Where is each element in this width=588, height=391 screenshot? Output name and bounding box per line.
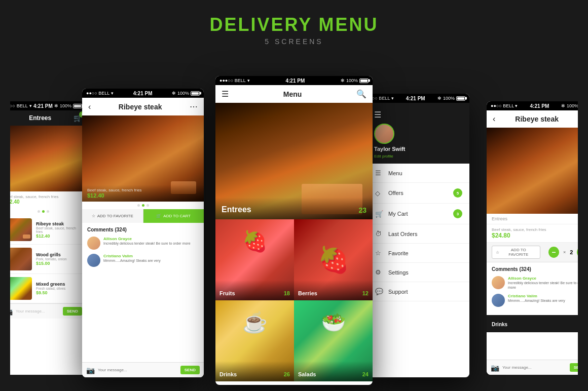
message-input-1[interactable]: Your message... xyxy=(16,309,60,314)
category-drinks[interactable]: Drinks 26 xyxy=(215,300,294,381)
status-bar-3: ●●●○○ BELL ▾ 4:21 PM ✻ 100% xyxy=(215,76,373,85)
message-input-2[interactable] xyxy=(98,368,177,372)
sidebar-item-offers[interactable]: ◇ Offers 5 xyxy=(368,183,469,204)
item-thumb-grill xyxy=(4,248,32,270)
category-fruits[interactable]: Fruits 18 xyxy=(215,219,294,300)
battery-icon-2 xyxy=(191,91,200,96)
item-thumb-salad xyxy=(4,277,32,300)
screen-ribeye-detail: ●●○○ BELL ▾ 4:21 PM ✻ 100% ‹ Ribeye stea… xyxy=(82,89,204,377)
battery-icon-5 xyxy=(580,104,588,108)
add-to-cart-button[interactable]: 🛒 ADD TO CART xyxy=(143,209,204,223)
qty-controls: ☆ ADD TO FAVORITE − × 2 + xyxy=(487,243,588,262)
sidebar-item-cart[interactable]: 🛒 My Cart 3 xyxy=(368,204,469,224)
favorite-icon: ☆ xyxy=(375,249,383,257)
hamburger-icon-4[interactable]: ☰ xyxy=(374,110,381,119)
comment-item: Allison Grayce Incredibly delicious tend… xyxy=(87,237,199,250)
list-item[interactable]: Mixed greens Fresh salad, olives $9.50 xyxy=(0,274,86,303)
battery-icon-4 xyxy=(456,96,465,101)
search-icon[interactable]: 🔍 xyxy=(356,89,366,99)
screen-ribeye-right: ●●○○ BELL ▾ 4:21 PM ✻ 100% ‹ Ribeye stea… xyxy=(487,101,588,375)
food-hero-1 xyxy=(0,126,86,191)
camera-icon-2[interactable]: 📷 xyxy=(86,366,95,374)
page-subtitle: 5 SCREENS xyxy=(0,37,588,46)
sidebar-item-favorite[interactable]: ☆ Favorite xyxy=(368,244,469,263)
bluetooth-icon-1: ✻ xyxy=(54,103,58,108)
entrees-label-5: Entrees xyxy=(487,214,588,224)
screen-menu-center: ●●●○○ BELL ▾ 4:21 PM ✻ 100% ☰ Menu 🔍 Ent… xyxy=(215,76,373,385)
avatar-cristiano xyxy=(87,254,100,267)
screen-sidebar: ○○ BELL ▾ 4:21 PM ✻ 100% ☰ Taylor Swift … xyxy=(368,94,469,377)
cart-icon-2: 🛒 xyxy=(156,214,161,218)
status-bar-2: ●●○○ BELL ▾ 4:21 PM ✻ 100% xyxy=(82,89,204,98)
orders-icon: ⏱ xyxy=(375,230,383,238)
cart-button-1[interactable]: 🛒 3 xyxy=(74,113,82,123)
cart-button-5[interactable]: 🛒 3 xyxy=(578,114,587,124)
screens-container: ●●○○ BELL ▾ 4:21 PM ✻ 100% ‹ Entrees 🛒 3 xyxy=(0,56,588,391)
hamburger-icon[interactable]: ☰ xyxy=(222,89,229,99)
camera-icon-5[interactable]: 📷 xyxy=(491,364,499,372)
sidebar-item-menu[interactable]: ☰ Menu xyxy=(368,164,469,183)
nav-ribeye: ‹ Ribeye steak ⋯ xyxy=(82,98,204,115)
list-item[interactable]: Ribeye steak Beef steak, sauce, french f… xyxy=(0,215,86,245)
comments-section-2: Comments (324) Allison Grayce Incredibly… xyxy=(82,223,204,275)
message-bar-5: 📷 SEND xyxy=(487,360,588,375)
menu-icon-2[interactable]: ⋯ xyxy=(190,102,198,111)
menu-icon-sidebar: ☰ xyxy=(375,169,383,177)
send-button-1[interactable]: SEND xyxy=(63,307,82,316)
category-strawberries[interactable]: 🍓 Berries 12 xyxy=(294,219,373,300)
nav-menu: ☰ Menu 🔍 xyxy=(215,85,373,103)
sidebar-top: ☰ Taylor Swift Edit profile xyxy=(368,103,469,164)
support-icon: 💬 xyxy=(375,288,383,295)
battery-icon-3 xyxy=(359,79,369,83)
item-detail-5: Beef steak, sauce, french fries $24.80 xyxy=(487,224,588,243)
avatar-allison xyxy=(87,237,100,250)
user-profile: Taylor Swift Edit profile xyxy=(374,124,463,159)
back-button-5[interactable]: ‹ xyxy=(493,114,495,124)
bottom-category-5: Drinks xyxy=(487,315,588,332)
status-bar-4: ○○ BELL ▾ 4:21 PM ✻ 100% xyxy=(368,94,469,103)
avatar-allison-5 xyxy=(492,276,505,289)
page-title: DELIVERY MENU xyxy=(0,14,588,35)
nav-entrees: ‹ Entrees 🛒 3 xyxy=(0,110,86,126)
add-to-favorite-button[interactable]: ☆ ADD TO FAVORITE xyxy=(82,209,143,223)
comments-section-5: Comments (324) Allison Grayce Incredibly… xyxy=(487,262,588,315)
back-button-2[interactable]: ‹ xyxy=(88,102,91,111)
battery-icon-1 xyxy=(73,104,82,108)
sidebar-menu: ☰ Menu ◇ Offers 5 🛒 My Cart 3 xyxy=(368,164,469,301)
dot-indicators-2 xyxy=(82,202,204,209)
category-grid: Fruits 18 🍓 Berries 12 Drinks 26 xyxy=(215,219,373,381)
action-buttons-2: ☆ ADD TO FAVORITE 🛒 ADD TO CART xyxy=(82,209,204,223)
comment-item: Cristiano Valim Mmmm.....Amazing! Steaks… xyxy=(87,254,199,267)
qty-plus-button[interactable]: + xyxy=(577,247,588,258)
comment-item: Allison Grayce Incredibly delicious tend… xyxy=(492,276,588,290)
star-icon: ☆ xyxy=(92,214,95,218)
cart-icon-5: 🛒 xyxy=(578,115,587,123)
avatar-cristiano-5 xyxy=(492,294,505,307)
item-thumb-steak xyxy=(4,218,32,241)
add-to-favorite-button-5[interactable]: ☆ ADD TO FAVORITE xyxy=(492,246,540,259)
sidebar-item-support[interactable]: 💬 Support xyxy=(368,282,469,301)
list-item[interactable]: Wood grills Pork, tomato, onion $15.00 xyxy=(0,245,86,274)
camera-icon-1[interactable]: 📷 xyxy=(4,307,13,316)
star-icon-5: ☆ xyxy=(496,250,499,255)
send-button-2[interactable]: SEND xyxy=(180,366,200,374)
page-header: DELIVERY MENU 5 SCREENS xyxy=(0,0,588,51)
dot-indicators-1 xyxy=(0,208,86,215)
avatar xyxy=(374,124,394,144)
sidebar-item-orders[interactable]: ⏱ Last Orders xyxy=(368,224,469,244)
sidebar-item-settings[interactable]: ⚙ Settings xyxy=(368,263,469,282)
nav-ribeye-right: ‹ Ribeye steak 🛒 3 xyxy=(487,110,588,128)
category-salads[interactable]: Salads 24 xyxy=(294,300,373,381)
back-button-1[interactable]: ‹ xyxy=(4,113,7,123)
message-bar-1: 📷 Your message... SEND xyxy=(0,303,86,319)
message-input-5[interactable] xyxy=(502,365,567,370)
food-hero-5 xyxy=(487,128,588,214)
qty-minus-button[interactable]: − xyxy=(548,247,560,258)
status-bar-5: ●●○○ BELL ▾ 4:21 PM ✻ 100% xyxy=(487,101,588,110)
send-button-5[interactable]: SEND xyxy=(570,363,588,372)
offers-icon: ◇ xyxy=(375,189,383,197)
cart-icon-sidebar: 🛒 xyxy=(375,210,383,218)
screen-entrees-list: ●●○○ BELL ▾ 4:21 PM ✻ 100% ‹ Entrees 🛒 3 xyxy=(0,101,86,375)
settings-icon: ⚙ xyxy=(375,268,383,276)
status-bar-1: ●●○○ BELL ▾ 4:21 PM ✻ 100% xyxy=(0,101,86,110)
